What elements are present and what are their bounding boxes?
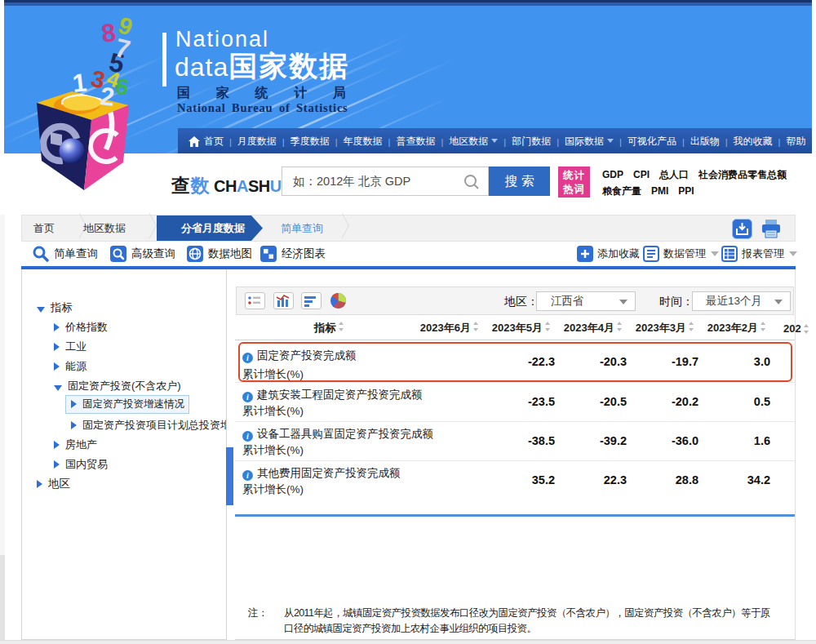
- svg-text:1: 1: [71, 68, 88, 98]
- svg-text:8: 8: [100, 18, 118, 48]
- svg-text:2: 2: [99, 82, 116, 112]
